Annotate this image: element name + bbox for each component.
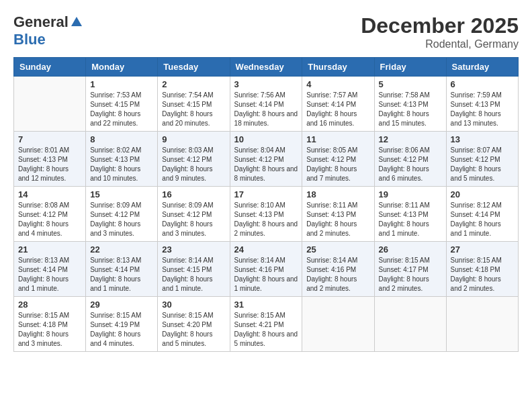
calendar-cell: 21Sunrise: 8:13 AMSunset: 4:14 PMDayligh… xyxy=(14,242,86,297)
calendar-cell: 27Sunrise: 8:15 AMSunset: 4:18 PMDayligh… xyxy=(446,242,518,297)
day-number: 24 xyxy=(234,244,298,255)
calendar-cell xyxy=(302,297,374,352)
calendar-cell xyxy=(14,77,86,132)
day-number: 15 xyxy=(90,189,153,199)
day-info: Sunrise: 7:56 AMSunset: 4:14 PMDaylight:… xyxy=(234,91,298,128)
day-number: 31 xyxy=(234,300,298,310)
day-info: Sunrise: 8:05 AMSunset: 4:12 PMDaylight:… xyxy=(306,146,369,183)
day-number: 1 xyxy=(90,79,153,89)
calendar-cell: 20Sunrise: 8:12 AMSunset: 4:14 PMDayligh… xyxy=(446,187,518,242)
day-info: Sunrise: 8:09 AMSunset: 4:12 PMDaylight:… xyxy=(90,201,153,238)
calendar-week-row: 28Sunrise: 8:15 AMSunset: 4:18 PMDayligh… xyxy=(14,297,519,352)
day-number: 20 xyxy=(451,189,514,199)
day-info: Sunrise: 8:02 AMSunset: 4:13 PMDaylight:… xyxy=(90,146,153,183)
calendar-cell: 1Sunrise: 7:53 AMSunset: 4:15 PMDaylight… xyxy=(86,77,158,132)
location: Rodental, Germany xyxy=(361,38,519,50)
calendar-cell: 29Sunrise: 8:15 AMSunset: 4:19 PMDayligh… xyxy=(86,297,158,352)
day-info: Sunrise: 8:15 AMSunset: 4:18 PMDaylight:… xyxy=(451,256,514,293)
day-header-monday: Monday xyxy=(86,58,158,77)
calendar-cell: 3Sunrise: 7:56 AMSunset: 4:14 PMDaylight… xyxy=(230,77,302,132)
day-info: Sunrise: 8:08 AMSunset: 4:12 PMDaylight:… xyxy=(18,201,81,238)
calendar-cell xyxy=(446,297,518,352)
svg-marker-0 xyxy=(71,17,82,26)
calendar-week-row: 1Sunrise: 7:53 AMSunset: 4:15 PMDaylight… xyxy=(14,77,519,132)
calendar-cell: 28Sunrise: 8:15 AMSunset: 4:18 PMDayligh… xyxy=(14,297,86,352)
calendar-cell xyxy=(374,297,446,352)
day-info: Sunrise: 7:54 AMSunset: 4:15 PMDaylight:… xyxy=(162,91,225,128)
calendar-cell: 30Sunrise: 8:15 AMSunset: 4:20 PMDayligh… xyxy=(158,297,230,352)
day-number: 22 xyxy=(90,244,153,255)
day-info: Sunrise: 8:07 AMSunset: 4:12 PMDaylight:… xyxy=(451,146,514,183)
day-info: Sunrise: 8:15 AMSunset: 4:20 PMDaylight:… xyxy=(162,311,225,349)
day-number: 21 xyxy=(18,244,81,255)
day-number: 4 xyxy=(306,79,369,89)
calendar-cell: 6Sunrise: 7:59 AMSunset: 4:13 PMDaylight… xyxy=(446,77,518,132)
day-number: 8 xyxy=(90,134,153,144)
day-header-thursday: Thursday xyxy=(302,58,374,77)
day-number: 5 xyxy=(379,79,442,89)
day-number: 28 xyxy=(18,300,81,310)
day-info: Sunrise: 8:15 AMSunset: 4:18 PMDaylight:… xyxy=(18,311,81,349)
day-info: Sunrise: 8:12 AMSunset: 4:14 PMDaylight:… xyxy=(451,201,514,238)
calendar-cell: 9Sunrise: 8:03 AMSunset: 4:12 PMDaylight… xyxy=(158,132,230,187)
day-info: Sunrise: 8:15 AMSunset: 4:17 PMDaylight:… xyxy=(379,256,442,293)
day-info: Sunrise: 7:59 AMSunset: 4:13 PMDaylight:… xyxy=(451,91,514,128)
day-number: 14 xyxy=(18,189,81,199)
day-info: Sunrise: 7:57 AMSunset: 4:14 PMDaylight:… xyxy=(306,91,369,128)
month-title: December 2025 xyxy=(361,13,519,38)
day-number: 26 xyxy=(379,244,442,255)
day-info: Sunrise: 8:11 AMSunset: 4:13 PMDaylight:… xyxy=(306,201,369,238)
calendar-cell: 8Sunrise: 8:02 AMSunset: 4:13 PMDaylight… xyxy=(86,132,158,187)
calendar-table: SundayMondayTuesdayWednesdayThursdayFrid… xyxy=(13,57,519,352)
day-number: 17 xyxy=(234,189,298,199)
day-info: Sunrise: 8:13 AMSunset: 4:14 PMDaylight:… xyxy=(90,256,153,293)
calendar-cell: 15Sunrise: 8:09 AMSunset: 4:12 PMDayligh… xyxy=(86,187,158,242)
day-info: Sunrise: 8:09 AMSunset: 4:12 PMDaylight:… xyxy=(162,201,225,238)
title-section: December 2025 Rodental, Germany xyxy=(361,13,519,50)
day-number: 23 xyxy=(162,244,225,255)
calendar-week-row: 7Sunrise: 8:01 AMSunset: 4:13 PMDaylight… xyxy=(14,132,519,187)
day-number: 7 xyxy=(18,134,81,144)
logo-icon xyxy=(70,15,83,29)
calendar-cell: 11Sunrise: 8:05 AMSunset: 4:12 PMDayligh… xyxy=(302,132,374,187)
day-number: 16 xyxy=(162,189,225,199)
day-info: Sunrise: 8:14 AMSunset: 4:16 PMDaylight:… xyxy=(234,256,298,293)
calendar-cell: 2Sunrise: 7:54 AMSunset: 4:15 PMDaylight… xyxy=(158,77,230,132)
day-header-wednesday: Wednesday xyxy=(230,58,302,77)
calendar-cell: 31Sunrise: 8:15 AMSunset: 4:21 PMDayligh… xyxy=(230,297,302,352)
day-header-sunday: Sunday xyxy=(14,58,86,77)
day-info: Sunrise: 8:10 AMSunset: 4:13 PMDaylight:… xyxy=(234,201,298,238)
page-header: General Blue December 2025 Rodental, Ger… xyxy=(13,13,519,50)
calendar-cell: 23Sunrise: 8:14 AMSunset: 4:15 PMDayligh… xyxy=(158,242,230,297)
calendar-cell: 4Sunrise: 7:57 AMSunset: 4:14 PMDaylight… xyxy=(302,77,374,132)
calendar-cell: 12Sunrise: 8:06 AMSunset: 4:12 PMDayligh… xyxy=(374,132,446,187)
day-number: 13 xyxy=(451,134,514,144)
day-info: Sunrise: 8:14 AMSunset: 4:15 PMDaylight:… xyxy=(162,256,225,293)
day-number: 25 xyxy=(306,244,369,255)
day-number: 3 xyxy=(234,79,298,89)
calendar-cell: 24Sunrise: 8:14 AMSunset: 4:16 PMDayligh… xyxy=(230,242,302,297)
logo: General Blue xyxy=(13,13,83,48)
day-info: Sunrise: 8:14 AMSunset: 4:16 PMDaylight:… xyxy=(306,256,369,293)
day-number: 6 xyxy=(451,79,514,89)
calendar-cell: 18Sunrise: 8:11 AMSunset: 4:13 PMDayligh… xyxy=(302,187,374,242)
day-number: 18 xyxy=(306,189,369,199)
calendar-cell: 10Sunrise: 8:04 AMSunset: 4:12 PMDayligh… xyxy=(230,132,302,187)
calendar-cell: 16Sunrise: 8:09 AMSunset: 4:12 PMDayligh… xyxy=(158,187,230,242)
day-number: 10 xyxy=(234,134,298,144)
day-number: 29 xyxy=(90,300,153,310)
calendar-week-row: 21Sunrise: 8:13 AMSunset: 4:14 PMDayligh… xyxy=(14,242,519,297)
calendar-cell: 19Sunrise: 8:11 AMSunset: 4:13 PMDayligh… xyxy=(374,187,446,242)
day-info: Sunrise: 8:03 AMSunset: 4:12 PMDaylight:… xyxy=(162,146,225,183)
day-info: Sunrise: 8:15 AMSunset: 4:19 PMDaylight:… xyxy=(90,311,153,349)
day-info: Sunrise: 8:15 AMSunset: 4:21 PMDaylight:… xyxy=(234,311,298,349)
day-info: Sunrise: 8:11 AMSunset: 4:13 PMDaylight:… xyxy=(379,201,442,238)
calendar-cell: 14Sunrise: 8:08 AMSunset: 4:12 PMDayligh… xyxy=(14,187,86,242)
day-number: 12 xyxy=(379,134,442,144)
day-number: 30 xyxy=(162,300,225,310)
day-number: 11 xyxy=(306,134,369,144)
day-number: 27 xyxy=(451,244,514,255)
calendar-cell: 13Sunrise: 8:07 AMSunset: 4:12 PMDayligh… xyxy=(446,132,518,187)
day-header-tuesday: Tuesday xyxy=(158,58,230,77)
day-header-friday: Friday xyxy=(374,58,446,77)
